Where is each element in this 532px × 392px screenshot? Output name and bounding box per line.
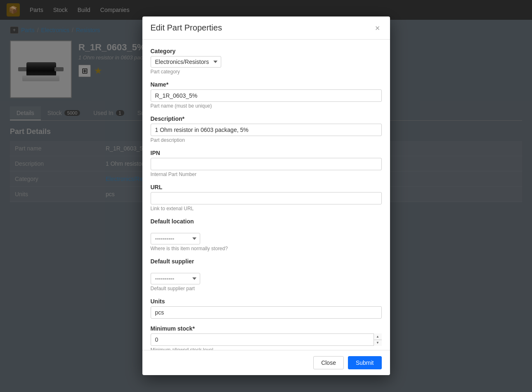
hint-default-location: Where is this item normally stored? [151,246,382,251]
hint-description: Part description [151,137,382,143]
hint-ipn: Internal Part Number [151,171,382,177]
modal-footer: Close Submit [142,350,390,375]
label-description-field: Description* [151,115,382,122]
minimum-stock-input[interactable] [151,333,382,346]
minimum-stock-wrapper: ▲ ▼ [151,333,382,346]
ipn-input[interactable] [151,158,382,170]
label-default-location-field: Default location [151,218,382,225]
modal-header: Edit Part Properties × [142,16,390,40]
default-supplier-select[interactable]: ---------- [151,273,200,284]
url-input[interactable] [151,192,382,204]
submit-button[interactable]: Submit [348,356,382,369]
label-url-field: URL [151,184,382,190]
field-units: Units [151,298,382,319]
close-button[interactable]: Close [313,356,344,369]
label-name-field: Name* [151,81,382,88]
field-minimum-stock: Minimum stock* ▲ ▼ Minimum allowed stock… [151,325,382,350]
description-input[interactable] [151,124,382,136]
field-category: Category Electronics/Resistors Part cate… [151,48,382,75]
label-minimum-stock-field: Minimum stock* [151,325,382,332]
hint-name: Part name (must be unique) [151,103,382,109]
edit-part-modal: Edit Part Properties × Category Electron… [142,16,390,375]
label-units-field: Units [151,298,382,305]
label-ipn-field: IPN [151,150,382,156]
hint-default-supplier: Default supplier part [151,286,382,291]
category-select[interactable]: Electronics/Resistors [151,56,221,68]
spinner-down-button[interactable]: ▼ [374,340,382,346]
field-url: URL Link to extenal URL [151,184,382,211]
field-default-location: Default location ---------- Where is thi… [151,218,382,251]
spinner-up-button[interactable]: ▲ [374,333,382,340]
hint-category: Part category [151,69,382,75]
modal-close-button[interactable]: × [374,24,382,32]
field-ipn: IPN Internal Part Number [151,150,382,177]
modal-overlay: Edit Part Properties × Category Electron… [0,0,532,392]
modal-title: Edit Part Properties [151,23,222,33]
field-name: Name* Part name (must be unique) [151,81,382,109]
field-default-supplier: Default supplier ---------- Default supp… [151,258,382,291]
field-description: Description* Part description [151,115,382,143]
number-spinner: ▲ ▼ [374,333,382,346]
units-input[interactable] [151,306,382,319]
hint-minimum-stock: Minimum allowed stock level [151,347,382,350]
label-default-supplier-field: Default supplier [151,258,382,265]
default-location-select[interactable]: ---------- [151,233,200,244]
name-input[interactable] [151,89,382,102]
modal-body[interactable]: Category Electronics/Resistors Part cate… [142,40,390,350]
label-category-field: Category [151,48,382,54]
hint-url: Link to extenal URL [151,206,382,211]
